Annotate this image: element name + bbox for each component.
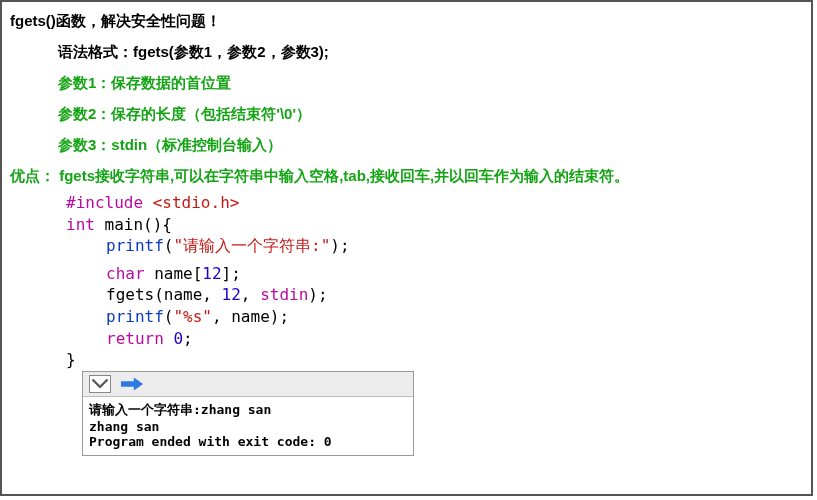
code-line-8: } [10,349,803,371]
main-decl: main(){ [95,215,172,234]
code-line-4: char name[12]; [10,263,803,285]
syntax-label: 语法格式： [58,43,133,60]
console-line-1: 请输入一个字符串:zhang san [89,402,271,417]
console-line-2: zhang san [89,419,159,434]
num-12a: 12 [202,264,221,283]
code-line-5: fgets(name, 12, stdin); [10,284,803,306]
code-line-7: return 0; [10,328,803,350]
param3-line: 参数3：stdin（标准控制台输入） [10,134,803,155]
code-line-2: int main(){ [10,214,803,236]
kw-return: return [106,329,164,348]
advantage-label: 优点： [10,167,55,184]
fn-printf-1: printf [106,236,164,255]
num-0: 0 [173,329,183,348]
console-panel: 请输入一个字符串:zhang san zhang san Program end… [82,371,414,456]
str-prompt: "请输入一个字符串:" [173,236,330,255]
console-dropdown-button[interactable] [89,375,111,393]
closing-brace: } [66,350,76,369]
kw-char: char [106,264,145,283]
str-format: "%s" [173,307,212,326]
include-header: <stdio.h> [153,193,240,212]
console-line-3: Program ended with exit code: 0 [89,434,332,449]
fn-printf-2: printf [106,307,164,326]
syntax-code: fgets(参数1，参数2，参数3); [133,43,329,60]
advantage-line: 优点： fgets接收字符串,可以在字符串中输入空格,tab,接收回车,并以回车… [10,165,803,186]
fgets-call: fgets(name, [106,285,222,304]
param2-line: 参数2：保存的长度（包括结束符'\0'） [10,103,803,124]
advantage-text: fgets接收字符串,可以在字符串中输入空格,tab,接收回车,并以回车作为输入… [59,167,629,184]
code-line-1: #include <stdio.h> [10,192,803,214]
param1-line: 参数1：保存数据的首位置 [10,72,803,93]
console-output: 请输入一个字符串:zhang san zhang san Program end… [83,397,413,455]
code-line-6: printf("%s", name); [10,306,803,328]
header-line: fgets()函数，解决安全性问题！ [10,10,803,31]
document-frame: fgets()函数，解决安全性问题！ 语法格式：fgets(参数1，参数2，参数… [0,0,813,496]
kw-stdin: stdin [260,285,308,304]
num-12b: 12 [222,285,241,304]
chevron-down-icon [91,378,109,390]
code-block: #include <stdio.h> int main(){ printf("请… [10,192,803,371]
console-toolbar [83,372,413,397]
syntax-line: 语法格式：fgets(参数1，参数2，参数3); [10,41,803,62]
run-arrow-icon[interactable] [121,377,143,391]
code-line-3: printf("请输入一个字符串:"); [10,235,803,257]
include-directive: #include [66,193,153,212]
kw-int: int [66,215,95,234]
